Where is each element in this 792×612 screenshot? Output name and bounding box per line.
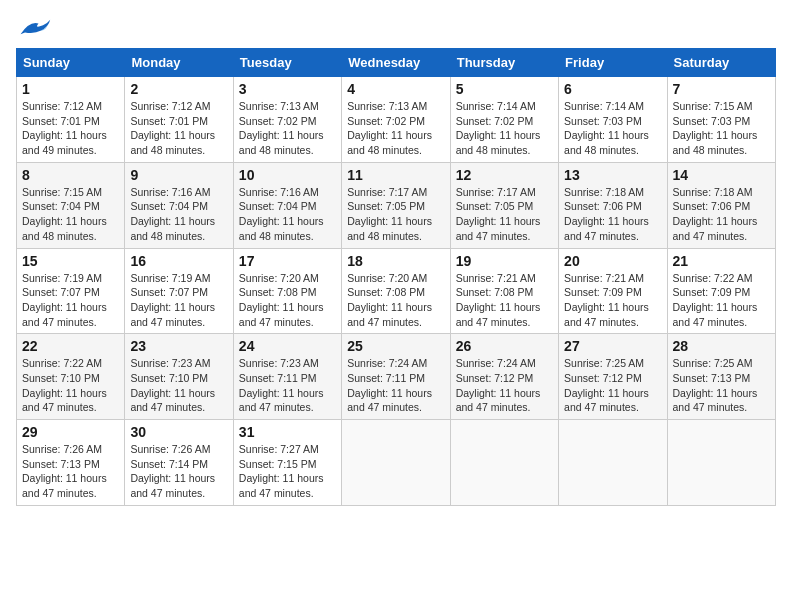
weekday-header: Wednesday: [342, 49, 450, 77]
day-info: Sunrise: 7:23 AM Sunset: 7:11 PM Dayligh…: [239, 356, 336, 415]
calendar-week-row: 8Sunrise: 7:15 AM Sunset: 7:04 PM Daylig…: [17, 162, 776, 248]
calendar-cell: 30Sunrise: 7:26 AM Sunset: 7:14 PM Dayli…: [125, 420, 233, 506]
day-number: 25: [347, 338, 444, 354]
day-info: Sunrise: 7:21 AM Sunset: 7:08 PM Dayligh…: [456, 271, 553, 330]
calendar-cell: 7Sunrise: 7:15 AM Sunset: 7:03 PM Daylig…: [667, 77, 775, 163]
calendar-cell: 23Sunrise: 7:23 AM Sunset: 7:10 PM Dayli…: [125, 334, 233, 420]
calendar-table: SundayMondayTuesdayWednesdayThursdayFrid…: [16, 48, 776, 506]
day-info: Sunrise: 7:27 AM Sunset: 7:15 PM Dayligh…: [239, 442, 336, 501]
day-info: Sunrise: 7:20 AM Sunset: 7:08 PM Dayligh…: [239, 271, 336, 330]
calendar-cell: 2Sunrise: 7:12 AM Sunset: 7:01 PM Daylig…: [125, 77, 233, 163]
calendar-cell: 29Sunrise: 7:26 AM Sunset: 7:13 PM Dayli…: [17, 420, 125, 506]
day-number: 29: [22, 424, 119, 440]
day-number: 13: [564, 167, 661, 183]
calendar-cell: [667, 420, 775, 506]
day-number: 22: [22, 338, 119, 354]
day-info: Sunrise: 7:22 AM Sunset: 7:09 PM Dayligh…: [673, 271, 770, 330]
day-info: Sunrise: 7:25 AM Sunset: 7:12 PM Dayligh…: [564, 356, 661, 415]
day-number: 4: [347, 81, 444, 97]
calendar-cell: 25Sunrise: 7:24 AM Sunset: 7:11 PM Dayli…: [342, 334, 450, 420]
day-info: Sunrise: 7:19 AM Sunset: 7:07 PM Dayligh…: [22, 271, 119, 330]
day-number: 17: [239, 253, 336, 269]
calendar-cell: 22Sunrise: 7:22 AM Sunset: 7:10 PM Dayli…: [17, 334, 125, 420]
day-number: 24: [239, 338, 336, 354]
day-number: 28: [673, 338, 770, 354]
day-number: 27: [564, 338, 661, 354]
calendar-week-row: 29Sunrise: 7:26 AM Sunset: 7:13 PM Dayli…: [17, 420, 776, 506]
day-info: Sunrise: 7:20 AM Sunset: 7:08 PM Dayligh…: [347, 271, 444, 330]
calendar-cell: 19Sunrise: 7:21 AM Sunset: 7:08 PM Dayli…: [450, 248, 558, 334]
calendar-cell: 6Sunrise: 7:14 AM Sunset: 7:03 PM Daylig…: [559, 77, 667, 163]
calendar-cell: 14Sunrise: 7:18 AM Sunset: 7:06 PM Dayli…: [667, 162, 775, 248]
calendar-cell: 15Sunrise: 7:19 AM Sunset: 7:07 PM Dayli…: [17, 248, 125, 334]
day-info: Sunrise: 7:13 AM Sunset: 7:02 PM Dayligh…: [239, 99, 336, 158]
day-number: 23: [130, 338, 227, 354]
calendar-week-row: 22Sunrise: 7:22 AM Sunset: 7:10 PM Dayli…: [17, 334, 776, 420]
calendar-cell: 17Sunrise: 7:20 AM Sunset: 7:08 PM Dayli…: [233, 248, 341, 334]
calendar-cell: 24Sunrise: 7:23 AM Sunset: 7:11 PM Dayli…: [233, 334, 341, 420]
day-info: Sunrise: 7:24 AM Sunset: 7:12 PM Dayligh…: [456, 356, 553, 415]
weekday-header: Thursday: [450, 49, 558, 77]
day-info: Sunrise: 7:18 AM Sunset: 7:06 PM Dayligh…: [564, 185, 661, 244]
day-info: Sunrise: 7:26 AM Sunset: 7:13 PM Dayligh…: [22, 442, 119, 501]
day-number: 7: [673, 81, 770, 97]
calendar-cell: [559, 420, 667, 506]
calendar-week-row: 15Sunrise: 7:19 AM Sunset: 7:07 PM Dayli…: [17, 248, 776, 334]
calendar-cell: 31Sunrise: 7:27 AM Sunset: 7:15 PM Dayli…: [233, 420, 341, 506]
calendar-cell: 8Sunrise: 7:15 AM Sunset: 7:04 PM Daylig…: [17, 162, 125, 248]
weekday-header: Saturday: [667, 49, 775, 77]
day-number: 1: [22, 81, 119, 97]
weekday-header: Tuesday: [233, 49, 341, 77]
page-header: [16, 16, 776, 38]
day-info: Sunrise: 7:23 AM Sunset: 7:10 PM Dayligh…: [130, 356, 227, 415]
day-number: 15: [22, 253, 119, 269]
day-number: 26: [456, 338, 553, 354]
calendar-cell: 3Sunrise: 7:13 AM Sunset: 7:02 PM Daylig…: [233, 77, 341, 163]
calendar-cell: 27Sunrise: 7:25 AM Sunset: 7:12 PM Dayli…: [559, 334, 667, 420]
day-info: Sunrise: 7:15 AM Sunset: 7:04 PM Dayligh…: [22, 185, 119, 244]
day-info: Sunrise: 7:25 AM Sunset: 7:13 PM Dayligh…: [673, 356, 770, 415]
day-number: 20: [564, 253, 661, 269]
calendar-cell: [450, 420, 558, 506]
day-info: Sunrise: 7:18 AM Sunset: 7:06 PM Dayligh…: [673, 185, 770, 244]
calendar-cell: 4Sunrise: 7:13 AM Sunset: 7:02 PM Daylig…: [342, 77, 450, 163]
calendar-cell: 21Sunrise: 7:22 AM Sunset: 7:09 PM Dayli…: [667, 248, 775, 334]
day-number: 11: [347, 167, 444, 183]
day-info: Sunrise: 7:16 AM Sunset: 7:04 PM Dayligh…: [130, 185, 227, 244]
weekday-header: Sunday: [17, 49, 125, 77]
weekday-header: Monday: [125, 49, 233, 77]
weekday-header-row: SundayMondayTuesdayWednesdayThursdayFrid…: [17, 49, 776, 77]
day-number: 3: [239, 81, 336, 97]
day-info: Sunrise: 7:14 AM Sunset: 7:02 PM Dayligh…: [456, 99, 553, 158]
calendar-cell: 26Sunrise: 7:24 AM Sunset: 7:12 PM Dayli…: [450, 334, 558, 420]
day-info: Sunrise: 7:16 AM Sunset: 7:04 PM Dayligh…: [239, 185, 336, 244]
calendar-cell: 13Sunrise: 7:18 AM Sunset: 7:06 PM Dayli…: [559, 162, 667, 248]
day-number: 8: [22, 167, 119, 183]
day-number: 12: [456, 167, 553, 183]
logo: [16, 16, 54, 38]
day-number: 18: [347, 253, 444, 269]
day-number: 16: [130, 253, 227, 269]
calendar-week-row: 1Sunrise: 7:12 AM Sunset: 7:01 PM Daylig…: [17, 77, 776, 163]
calendar-cell: 5Sunrise: 7:14 AM Sunset: 7:02 PM Daylig…: [450, 77, 558, 163]
calendar-cell: 18Sunrise: 7:20 AM Sunset: 7:08 PM Dayli…: [342, 248, 450, 334]
day-number: 30: [130, 424, 227, 440]
day-number: 9: [130, 167, 227, 183]
calendar-cell: 11Sunrise: 7:17 AM Sunset: 7:05 PM Dayli…: [342, 162, 450, 248]
calendar-cell: 28Sunrise: 7:25 AM Sunset: 7:13 PM Dayli…: [667, 334, 775, 420]
calendar-cell: 10Sunrise: 7:16 AM Sunset: 7:04 PM Dayli…: [233, 162, 341, 248]
day-number: 10: [239, 167, 336, 183]
day-number: 21: [673, 253, 770, 269]
weekday-header: Friday: [559, 49, 667, 77]
day-info: Sunrise: 7:26 AM Sunset: 7:14 PM Dayligh…: [130, 442, 227, 501]
day-info: Sunrise: 7:15 AM Sunset: 7:03 PM Dayligh…: [673, 99, 770, 158]
day-info: Sunrise: 7:19 AM Sunset: 7:07 PM Dayligh…: [130, 271, 227, 330]
calendar-cell: 12Sunrise: 7:17 AM Sunset: 7:05 PM Dayli…: [450, 162, 558, 248]
calendar-cell: 20Sunrise: 7:21 AM Sunset: 7:09 PM Dayli…: [559, 248, 667, 334]
day-info: Sunrise: 7:21 AM Sunset: 7:09 PM Dayligh…: [564, 271, 661, 330]
day-info: Sunrise: 7:17 AM Sunset: 7:05 PM Dayligh…: [456, 185, 553, 244]
day-number: 31: [239, 424, 336, 440]
day-info: Sunrise: 7:24 AM Sunset: 7:11 PM Dayligh…: [347, 356, 444, 415]
calendar-cell: 16Sunrise: 7:19 AM Sunset: 7:07 PM Dayli…: [125, 248, 233, 334]
day-info: Sunrise: 7:17 AM Sunset: 7:05 PM Dayligh…: [347, 185, 444, 244]
